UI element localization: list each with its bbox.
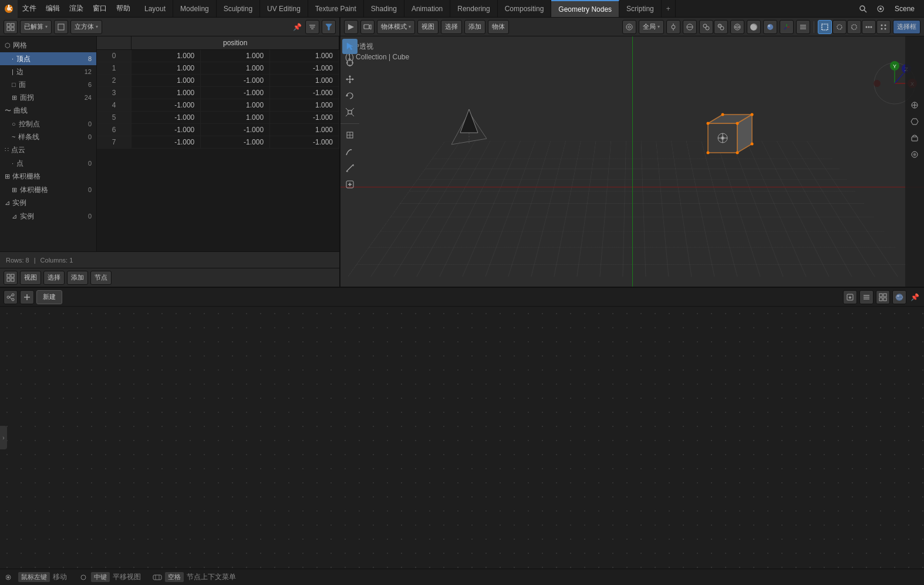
table-row[interactable]: 6 -1.000 -1.000 1.000	[97, 124, 339, 136]
node-add-icon[interactable]	[20, 290, 34, 304]
sidebar-section-volume[interactable]: ⊞ 体积栅格	[0, 170, 96, 183]
spreadsheet-bottom-editor-icon[interactable]	[4, 271, 18, 285]
sidebar-item-edge[interactable]: | 边 12	[0, 65, 96, 78]
viewport-editor-icon[interactable]	[344, 20, 358, 34]
tab-rendering[interactable]: Rendering	[450, 0, 497, 17]
global-dropdown[interactable]: 全局 ▾	[639, 20, 664, 34]
sidebar-item-vertex[interactable]: · 顶点 8	[0, 52, 96, 65]
select-box-label-btn[interactable]: 选择框	[893, 20, 920, 34]
viewport-add-btn[interactable]: 添加	[464, 20, 485, 34]
select-dots[interactable]	[876, 20, 891, 34]
node-grid-icon[interactable]	[876, 290, 890, 304]
tool-transform[interactable]	[342, 127, 358, 143]
tab-sculpting[interactable]: Sculpting	[217, 0, 260, 17]
viewport-content[interactable]: 用户透视 (1) Collection | Cube	[340, 36, 924, 287]
tab-geometry-nodes[interactable]: Geometry Nodes	[551, 0, 619, 17]
table-row[interactable]: 3 1.000 -1.000 -1.000	[97, 87, 339, 99]
expand-handle[interactable]: ›	[0, 426, 7, 449]
viewport-select-btn[interactable]: 选择	[441, 20, 462, 34]
sidebar-section-pointcloud[interactable]: ∷ 点云	[0, 143, 96, 157]
sidebar-item-control-point[interactable]: ○ 控制点 0	[0, 117, 96, 130]
sidebar-item-instance[interactable]: ⊿ 实例 0	[0, 210, 96, 223]
tool-measure[interactable]	[342, 160, 358, 176]
node-new-button[interactable]: 新建	[36, 290, 62, 304]
viewport-view-btn[interactable]: 视图	[417, 20, 439, 34]
node-pin-icon[interactable]: 📌	[909, 291, 920, 303]
table-row[interactable]: 5 -1.000 1.000 -1.000	[97, 112, 339, 124]
bottom-node-btn[interactable]: 节点	[90, 271, 112, 285]
menu-edit[interactable]: 编辑	[41, 0, 65, 17]
filter-icon[interactable]	[305, 20, 319, 34]
sidebar-item-point[interactable]: · 点 0	[0, 157, 96, 170]
right-tool-4[interactable]	[907, 147, 922, 162]
node-save-icon[interactable]	[843, 290, 857, 304]
sidebar-section-instance[interactable]: ⊿ 实例	[0, 196, 96, 210]
right-tool-3[interactable]	[907, 130, 922, 146]
tab-scripting[interactable]: Scripting	[619, 0, 662, 17]
sidebar-item-spline[interactable]: ~ 样条线 0	[0, 130, 96, 143]
table-row[interactable]: 4 -1.000 1.000 1.000	[97, 99, 339, 112]
node-options-icon[interactable]	[859, 290, 874, 304]
menu-help[interactable]: 帮助	[112, 0, 135, 17]
object-dropdown[interactable]: 立方体 ▾	[70, 20, 102, 34]
viewport-options-icon[interactable]	[796, 20, 810, 34]
gizmo-icon[interactable]	[780, 20, 794, 34]
right-tool-1[interactable]	[907, 98, 922, 113]
tool-cursor[interactable]	[342, 55, 358, 70]
tab-shading[interactable]: Shading	[364, 0, 404, 17]
table-row[interactable]: 1 1.000 1.000 -1.000	[97, 62, 339, 75]
proportional-icon2[interactable]	[683, 20, 697, 34]
sidebar-item-volume-grid[interactable]: ⊞ 体积栅格 0	[0, 183, 96, 196]
table-row[interactable]: 7 -1.000 -1.000 -1.000	[97, 136, 339, 149]
object-mode-dropdown[interactable]: 物体模式 ▾	[377, 20, 415, 34]
tab-uv-editing[interactable]: UV Editing	[260, 0, 308, 17]
search-icon[interactable]	[855, 2, 871, 16]
node-editor-icon[interactable]	[4, 290, 18, 304]
spreadsheet-editor-icon[interactable]	[4, 20, 18, 34]
viewport-3d[interactable]: 用户透视 (1) Collection | Cube	[340, 36, 924, 287]
select-box-rect[interactable]	[818, 20, 832, 34]
tool-scale[interactable]	[342, 105, 358, 120]
bottom-select-btn[interactable]: 选择	[43, 271, 65, 285]
select-circle[interactable]	[832, 20, 847, 34]
tab-animation[interactable]: Animation	[404, 0, 450, 17]
bottom-node-editor[interactable]: ›	[0, 307, 924, 569]
node-sphere-icon[interactable]	[892, 290, 906, 304]
xray-icon[interactable]	[730, 20, 744, 34]
tab-modeling[interactable]: Modeling	[173, 0, 217, 17]
tool-move[interactable]	[342, 72, 358, 87]
tool-add[interactable]	[342, 177, 358, 192]
overlay-icon[interactable]	[699, 20, 713, 34]
menu-file[interactable]: 文件	[18, 0, 41, 17]
funnel-icon[interactable]	[322, 20, 336, 34]
sidebar-section-mesh[interactable]: ⬡ 网格	[0, 39, 96, 52]
pin-icon[interactable]: 📌	[291, 21, 303, 33]
menu-window[interactable]: 窗口	[88, 0, 112, 17]
tab-compositing[interactable]: Compositing	[498, 0, 552, 17]
sidebar-item-face-corner[interactable]: ⊞ 面拐 24	[0, 91, 96, 104]
sidebar-section-curve[interactable]: 〜 曲线	[0, 104, 96, 117]
right-tool-2[interactable]	[907, 114, 922, 129]
menu-render[interactable]: 渲染	[65, 0, 88, 17]
table-row[interactable]: 2 1.000 -1.000 1.000	[97, 75, 339, 87]
shading-icon-render[interactable]	[763, 20, 777, 34]
viewport-proportional-icon[interactable]	[622, 20, 636, 34]
tool-rotate[interactable]	[342, 88, 358, 103]
snap-icon[interactable]	[666, 20, 680, 34]
select-more[interactable]	[862, 20, 876, 34]
select-lasso[interactable]	[847, 20, 861, 34]
viewport-camera-icon[interactable]	[360, 20, 375, 34]
tab-layout[interactable]: Layout	[137, 0, 173, 17]
tab-texture-paint[interactable]: Texture Paint	[308, 0, 364, 17]
position-header[interactable]: position	[131, 36, 339, 50]
bottom-view-btn[interactable]: 视图	[20, 271, 41, 285]
shading-icon-solid[interactable]	[747, 20, 761, 34]
computed-dropdown[interactable]: 已解算 ▾	[20, 20, 52, 34]
bottom-add-btn[interactable]: 添加	[67, 271, 88, 285]
blender-logo[interactable]	[0, 0, 18, 18]
table-row[interactable]: 0 1.000 1.000 1.000	[97, 50, 339, 62]
overlay-icon2[interactable]	[714, 20, 728, 34]
object-type-icon[interactable]	[54, 20, 68, 34]
sidebar-item-face[interactable]: □ 面 6	[0, 78, 96, 91]
tool-annotate[interactable]	[342, 144, 358, 159]
